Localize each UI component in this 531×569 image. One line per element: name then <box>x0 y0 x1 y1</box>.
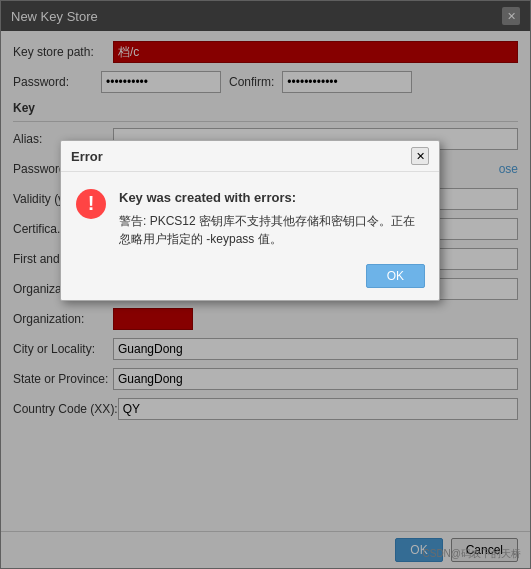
error-dialog-title: Error <box>71 149 103 164</box>
error-ok-button[interactable]: OK <box>366 264 425 288</box>
error-close-button[interactable]: ✕ <box>411 147 429 165</box>
svg-text:!: ! <box>88 192 95 214</box>
error-dialog: Error ✕ ! Key was created with errors: 警… <box>60 140 440 301</box>
error-message-title: Key was created with errors: <box>119 188 425 208</box>
error-message-body: 警告: PKCS12 密钥库不支持其他存储和密钥口令。正在忽略用户指定的 -ke… <box>119 212 425 248</box>
error-title-bar: Error ✕ <box>61 141 439 172</box>
error-body: ! Key was created with errors: 警告: PKCS1… <box>61 172 439 260</box>
error-footer: OK <box>61 260 439 300</box>
error-icon: ! <box>75 188 107 220</box>
error-text-content: Key was created with errors: 警告: PKCS12 … <box>119 188 425 248</box>
